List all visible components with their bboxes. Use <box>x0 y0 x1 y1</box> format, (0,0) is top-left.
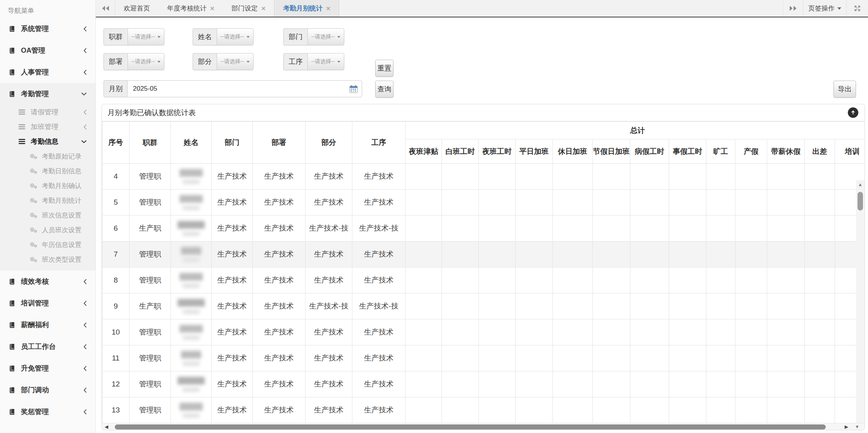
chevron-left-icon <box>83 409 87 415</box>
sidebar-item[interactable]: 人员班次设置 <box>0 223 95 237</box>
sidebar-item[interactable]: 员工工作台 <box>0 336 95 357</box>
sidebar-item[interactable]: 加班管理 <box>0 119 95 134</box>
sidebar-item[interactable]: 考勤月别统计 <box>0 193 95 208</box>
chevron-left-icon <box>83 366 87 371</box>
table-row[interactable]: 5管理职生产技术生产技术生产技术生产技术 <box>102 190 865 216</box>
cell-stat <box>767 293 805 319</box>
sidebar-item[interactable]: 考勤信息 <box>0 134 95 149</box>
table-row[interactable]: 8管理职生产技术生产技术生产技术生产技术 <box>102 267 865 293</box>
tab[interactable]: 考勤月别统计× <box>274 0 339 17</box>
table-row[interactable]: 11管理职生产技术生产技术生产技术生产技术 <box>102 345 865 371</box>
sidebar-item[interactable]: 培训管理 <box>0 292 95 314</box>
process-select-value: --请选择-- <box>311 58 335 65</box>
cell-division: 生产技术 <box>253 293 305 319</box>
close-icon[interactable]: × <box>210 5 214 12</box>
cell-stat <box>593 190 630 216</box>
sidebar-item[interactable]: 考勤日别信息 <box>0 164 95 178</box>
sidebar-item[interactable]: 考勤管理 <box>0 83 95 105</box>
chevron-left-icon <box>83 48 87 53</box>
scroll-left-icon[interactable]: ◀ <box>105 424 108 430</box>
h-scroll-thumb[interactable] <box>115 424 826 430</box>
name-select[interactable]: --请选择-- <box>217 28 254 45</box>
cell-process: 生产技术 <box>352 190 406 216</box>
table-row[interactable]: 9生产职生产技术生产技术生产技术-技生产技术-技 <box>102 293 865 319</box>
close-icon[interactable]: × <box>326 5 330 12</box>
process-select[interactable]: --请选择-- <box>307 53 344 70</box>
sidebar-item-label: 请假管理 <box>31 107 59 117</box>
table-row[interactable]: 13管理职生产技术生产技术生产技术生产技术 <box>102 397 865 423</box>
cell-stat <box>442 267 479 293</box>
tab-scroll-left-button[interactable] <box>96 0 115 17</box>
tab-operations-button[interactable]: 页签操作 <box>803 0 846 17</box>
chevron-left-icon <box>83 387 87 393</box>
collapse-panel-button[interactable] <box>848 107 858 118</box>
v-scroll-thumb[interactable] <box>858 192 863 210</box>
reset-button[interactable]: 重置 <box>375 60 393 77</box>
cell-stat <box>479 293 516 319</box>
menu-icon <box>19 124 26 129</box>
scroll-up-icon[interactable]: ▲ <box>856 182 865 187</box>
scroll-right-icon[interactable]: ▶ <box>845 424 848 430</box>
fullscreen-button[interactable] <box>846 0 868 17</box>
book-icon <box>9 69 16 76</box>
tab[interactable]: 部门设定× <box>223 0 274 17</box>
close-icon[interactable]: × <box>261 5 266 12</box>
division-select-value: --请选择-- <box>131 58 155 65</box>
month-label: 月别 <box>104 80 127 97</box>
sidebar-item[interactable]: 升免管理 <box>0 357 95 379</box>
sidebar-item[interactable]: 考勤月别确认 <box>0 178 95 193</box>
sidebar-item[interactable]: 班次类型设置 <box>0 252 95 267</box>
sidebar-item[interactable]: 请假管理 <box>0 105 95 119</box>
table-row[interactable]: 10管理职生产技术生产技术生产技术生产技术 <box>102 319 865 345</box>
chevron-left-icon <box>83 344 87 350</box>
query-button[interactable]: 查询 <box>375 81 393 98</box>
sidebar-item[interactable]: 系统管理 <box>0 18 95 40</box>
sub-header-cell: 事假工时 <box>669 140 706 164</box>
sidebar-item[interactable]: 人事管理 <box>0 61 95 83</box>
cell-stat <box>442 164 479 190</box>
cell-section: 生产技术-技 <box>305 216 352 242</box>
name-select-value: --请选择-- <box>221 33 244 40</box>
cell-stat <box>593 345 630 371</box>
sidebar-item[interactable]: 班次信息设置 <box>0 208 95 223</box>
job-group-select[interactable]: --请选择-- <box>128 28 164 45</box>
sidebar-item-label: 班次类型设置 <box>42 255 81 264</box>
cell-stat <box>442 242 479 267</box>
division-select[interactable]: --请选择-- <box>128 53 164 70</box>
sidebar-item[interactable]: 年历信息设置 <box>0 237 95 252</box>
cell-section: 生产技术 <box>305 267 352 293</box>
cell-stat <box>706 242 735 267</box>
calendar-icon[interactable] <box>349 85 358 95</box>
sidebar-item[interactable]: 薪酬福利 <box>0 314 95 336</box>
name-redacted-blur <box>183 179 200 184</box>
h-scrollbar[interactable]: ◀ ▶ ▼ <box>102 423 865 430</box>
tab-scroll-right-button[interactable] <box>783 0 803 17</box>
department-select[interactable]: --请选择-- <box>307 28 344 45</box>
tab[interactable]: 欢迎首页 <box>115 0 159 17</box>
sidebar-item[interactable]: 奖惩管理 <box>0 401 95 423</box>
sidebar-item[interactable]: 考勤原始记录 <box>0 149 95 164</box>
v-scrollbar[interactable]: ▲ <box>856 180 865 430</box>
cell-dept: 生产技术 <box>212 293 253 319</box>
cell-seq: 4 <box>102 164 129 190</box>
sidebar-item[interactable]: 绩效考核 <box>0 271 95 292</box>
sidebar-item[interactable]: OA管理 <box>0 40 95 61</box>
name-redacted-blur <box>178 377 205 385</box>
table-row[interactable]: 4管理职生产技术生产技术生产技术生产技术 <box>102 164 865 190</box>
caret-down-icon <box>247 61 250 63</box>
job-group-filter: 职群 --请选择-- <box>104 28 164 45</box>
table-row[interactable]: 12管理职生产技术生产技术生产技术生产技术 <box>102 371 865 397</box>
division-filter: 部署 --请选择-- <box>104 53 164 70</box>
content-area: 职群 --请选择-- 姓名 --请选择-- 部门 --请选择-- 部署 --请选… <box>96 17 868 433</box>
sidebar-item[interactable]: 部门调动 <box>0 379 95 401</box>
cell-stat <box>669 267 706 293</box>
name-redacted-blur <box>183 309 200 314</box>
section-select[interactable]: --请选择-- <box>217 53 254 70</box>
table-row[interactable]: 7管理职生产技术生产技术生产技术生产技术 <box>102 242 865 267</box>
month-field[interactable]: 2025-05 <box>127 80 362 97</box>
export-button[interactable]: 导出 <box>833 81 856 98</box>
tab[interactable]: 年度考核统计× <box>159 0 223 17</box>
table-row[interactable]: 6生产职生产技术生产技术生产技术-技生产技术-技 <box>102 216 865 242</box>
sidebar-item-label: 绩效考核 <box>21 277 49 286</box>
scroll-down-icon[interactable]: ▼ <box>855 424 859 430</box>
